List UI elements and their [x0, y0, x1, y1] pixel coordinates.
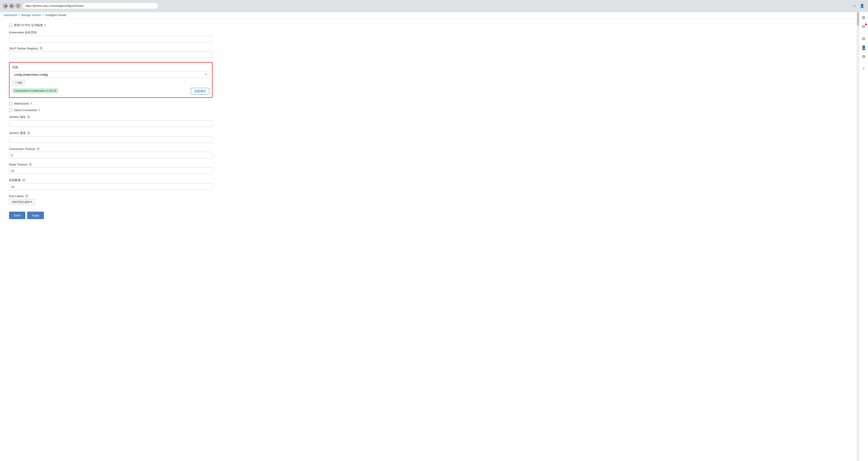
browser-action-buttons: ☆ 👤 [851, 3, 865, 9]
disable-https-help-icon[interactable]: ? [44, 24, 46, 27]
connection-timeout-input[interactable] [9, 152, 213, 159]
connection-timeout-help-icon[interactable]: ? [36, 147, 40, 151]
jenkins-tunnel-label: Jenkins 通道 ? [9, 131, 213, 135]
container-count-label: 容器数量 ? [9, 178, 213, 182]
jnlp-docker-registry-help-icon[interactable]: ? [39, 46, 43, 50]
jenkins-address-label: Jenkins 地址 ? [9, 115, 213, 119]
connection-status-badge: Connected to Kubernetes v1.25.10 [12, 88, 58, 93]
direct-connection-label[interactable]: Direct Connection ? [14, 108, 40, 112]
extensions-icon[interactable]: ⊞ [860, 13, 868, 22]
credentials-select-row: config (kubernetes config) [12, 71, 209, 78]
breadcrumb-sep-2: > [42, 13, 44, 17]
read-timeout-section: Read Timeout ? [9, 163, 213, 174]
jenkins-address-input[interactable] [9, 120, 213, 127]
scrollbar-thumb[interactable] [857, 12, 859, 26]
url-text: https://jenkins.ialso.cn/manage/configur… [26, 4, 84, 7]
jnlp-docker-registry-input[interactable] [9, 51, 213, 58]
content-area: 禁用 HTTPS 证书检查 ? Kubernetes 命名空间 JNLP Doc… [0, 19, 221, 228]
connection-timeout-section: Connection Timeout ? [9, 147, 213, 159]
back-button[interactable]: ◀ [3, 3, 8, 8]
layers-icon[interactable]: ⧉ [860, 35, 868, 43]
kubernetes-namespace-section: Kubernetes 命名空间 [9, 31, 213, 42]
save-button[interactable]: Save [9, 211, 25, 219]
bottom-actions: Save Apply [9, 211, 213, 219]
container-count-input[interactable] [9, 184, 213, 190]
websocket-section: WebSocket ? [9, 102, 213, 105]
scrollbar[interactable] [857, 12, 859, 461]
credentials-box: 凭据 config (kubernetes config) + Add Conn… [9, 62, 213, 98]
user-icon[interactable]: 👤 [860, 43, 868, 52]
direct-connection-checkbox[interactable] [9, 109, 12, 112]
pod-labels-help-icon[interactable]: ? [25, 194, 29, 198]
refresh-button[interactable]: ↺ [16, 3, 21, 8]
breadcrumb-current: Configure Clouds [45, 13, 66, 17]
pod-labels-section: Pod Labels ? Add Pod Label ▾ [9, 194, 213, 205]
breadcrumb-sep-1: > [18, 13, 20, 17]
apply-button[interactable]: Apply [27, 211, 44, 219]
kubernetes-namespace-input[interactable] [9, 36, 213, 42]
profile-icon[interactable]: 👤 [859, 3, 865, 9]
disable-https-label[interactable]: 禁用 HTTPS 证书检查 ? [14, 23, 46, 27]
read-timeout-input[interactable] [9, 167, 213, 174]
jenkins-tunnel-section: Jenkins 通道 ? [9, 131, 213, 143]
breadcrumb: Dashboard > Manage Jenkins > Configure C… [0, 12, 857, 19]
pod-labels-label: Pod Labels ? [9, 194, 213, 198]
credentials-add-button[interactable]: + Add [12, 80, 25, 86]
websocket-help-icon[interactable]: ? [30, 102, 32, 105]
settings-icon[interactable]: ⚙ [860, 53, 868, 61]
credentials-select[interactable]: config (kubernetes config) [12, 71, 209, 78]
jenkins-address-help-icon[interactable]: ? [27, 115, 31, 119]
browser-chrome: ◀ ▶ ↺ https://jenkins.ialso.cn/manage/co… [0, 0, 868, 12]
mail-icon[interactable]: ✉ [860, 23, 868, 31]
kubernetes-namespace-label: Kubernetes 命名空间 [9, 31, 213, 35]
jenkins-address-section: Jenkins 地址 ? [9, 115, 213, 127]
jenkins-tunnel-help-icon[interactable]: ? [27, 131, 31, 135]
page-wrapper: Dashboard > Manage Jenkins > Configure C… [0, 12, 857, 461]
nav-buttons: ◀ ▶ ↺ [3, 3, 21, 8]
credentials-title: 凭据 [12, 65, 209, 69]
direct-connection-help-icon[interactable]: ? [38, 108, 40, 112]
bookmark-icon[interactable]: ☆ [851, 3, 858, 9]
connection-timeout-label: Connection Timeout ? [9, 147, 213, 151]
jenkins-tunnel-input[interactable] [9, 136, 213, 143]
add-pod-label-button[interactable]: Add Pod Label ▾ [9, 199, 35, 205]
breadcrumb-manage-jenkins[interactable]: Manage Jenkins [21, 13, 41, 17]
container-count-help-icon[interactable]: ? [22, 178, 26, 182]
container-count-section: 容器数量 ? [9, 178, 213, 190]
read-timeout-help-icon[interactable]: ? [29, 163, 32, 166]
forward-button[interactable]: ▶ [9, 3, 14, 8]
websocket-label[interactable]: WebSocket ? [14, 102, 32, 105]
direct-connection-section: Direct Connection ? [9, 108, 213, 112]
add-sidebar-icon[interactable]: + [860, 65, 868, 73]
jnlp-docker-registry-label: JNLP Docker Registry ? [9, 46, 213, 50]
read-timeout-label: Read Timeout ? [9, 163, 213, 166]
right-sidebar: ⊞ ✉ ⧉ 👤 ⚙ + [859, 12, 868, 461]
disable-https-checkbox[interactable] [9, 24, 12, 27]
credentials-footer: Connected to Kubernetes v1.25.10 连接测试 [12, 88, 209, 95]
address-bar[interactable]: https://jenkins.ialso.cn/manage/configur… [23, 3, 158, 9]
websocket-checkbox[interactable] [9, 102, 12, 105]
disable-https-section: 禁用 HTTPS 证书检查 ? [9, 23, 213, 27]
mail-badge [865, 24, 867, 25]
jnlp-docker-registry-section: JNLP Docker Registry ? [9, 46, 213, 58]
breadcrumb-dashboard[interactable]: Dashboard [4, 13, 17, 17]
test-connection-button[interactable]: 连接测试 [191, 88, 209, 95]
